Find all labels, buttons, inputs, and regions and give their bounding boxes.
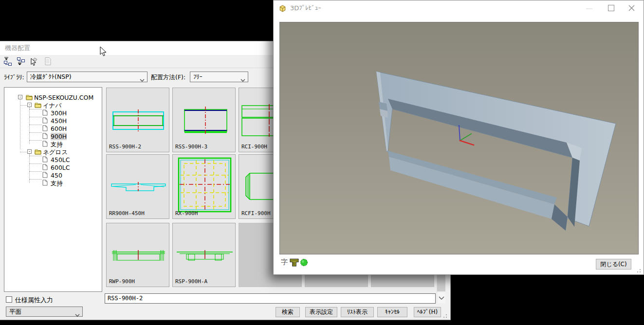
view-plane-select[interactable]: 平面 — [6, 307, 83, 317]
page-icon — [42, 164, 48, 172]
page-icon — [42, 172, 48, 180]
tree-item-900h[interactable]: 900H — [4, 132, 102, 140]
thumbnail-rr900h-450h[interactable]: RR900H-450H — [106, 154, 169, 219]
close-preview-button[interactable]: 閉じる(C) — [596, 259, 631, 270]
thumbnail-rwp-900h[interactable]: RWP-900H — [106, 223, 169, 287]
selected-part-field[interactable]: RSS-900H-2 — [105, 293, 436, 304]
placement-method-label: 配置方法(F): — [151, 73, 185, 82]
tree-item-negurosu[interactable]: - ネグロス — [4, 148, 102, 156]
library-label: ﾗｲﾌﾞﾗﾘ: — [4, 73, 24, 81]
tree-item-450[interactable]: 450 — [4, 171, 102, 179]
thumbnail-rsp-900h-a[interactable]: RSP-900H-A — [172, 223, 236, 287]
preview-3d-window: 3Dﾌﾟﾚﾋﾞｭｰ — [273, 0, 644, 275]
chevron-down-icon — [75, 310, 80, 320]
page-icon — [42, 141, 48, 148]
tree-item-shiji-negurosu[interactable]: 支持 — [4, 179, 102, 187]
window-title: 3Dﾌﾟﾚﾋﾞｭｰ — [290, 0, 321, 16]
chevron-down-icon — [140, 75, 145, 85]
page-icon — [42, 133, 48, 141]
dialog-title: 機器配置 — [5, 41, 30, 55]
3d-viewport[interactable] — [279, 22, 639, 254]
tree-item-450lc[interactable]: 450LC — [4, 156, 102, 163]
tree-item-300h[interactable]: 300H — [4, 109, 102, 117]
collapse-tree-icon[interactable] — [3, 56, 13, 66]
tree-item-inaba[interactable]: - イナバ — [4, 101, 102, 109]
thumbnail-rx-900h[interactable]: RX-900H — [172, 154, 236, 219]
page-icon — [42, 117, 48, 125]
sphere-icon[interactable] — [300, 258, 308, 267]
tree-item-shiji-inaba[interactable]: 支持 — [4, 140, 102, 148]
spec-attribute-label: 仕様属性入力 — [15, 296, 53, 305]
spec-attribute-checkbox[interactable] — [6, 296, 12, 303]
page-icon — [42, 125, 48, 133]
tree-item-600h[interactable]: 600H — [4, 125, 102, 132]
chevron-down-icon — [240, 75, 245, 85]
tree-expander[interactable]: - — [27, 103, 32, 107]
thumbnail-rss-900h-2[interactable]: RSS-900H-2 — [106, 88, 169, 152]
maximize-button[interactable] — [608, 5, 614, 11]
mouse-cursor-icon — [100, 46, 107, 56]
resize-grip[interactable] — [636, 268, 642, 273]
folder-icon — [35, 149, 41, 156]
expand-tree-icon[interactable] — [16, 56, 26, 66]
library-tree: - NSP-SEKOUZU.COM - イナバ 300H 450H 600H 9… — [4, 87, 102, 292]
library-select[interactable]: 冷媒ﾀﾞｸﾄ(NSP) — [27, 72, 147, 82]
pick-erase-icon[interactable] — [29, 56, 39, 66]
search-button[interactable]: 検索 — [276, 307, 300, 317]
tree-expander[interactable]: - — [18, 95, 22, 99]
placement-method-select[interactable]: ﾌﾘｰ — [190, 72, 248, 82]
resize-grip[interactable] — [442, 313, 448, 319]
tree-expander[interactable]: - — [27, 149, 32, 154]
display-settings-button[interactable]: 表示設定 — [305, 307, 337, 317]
3d-model-render — [280, 22, 638, 254]
document-icon[interactable] — [43, 56, 53, 66]
scrollbar-down-button[interactable] — [437, 292, 445, 303]
desktop: { "equipment_dialog": { "title": "機器配置",… — [0, 0, 644, 325]
tree-item-root[interactable]: - NSP-SEKOUZU.COM — [4, 93, 102, 101]
tree-item-450h[interactable]: 450H — [4, 117, 102, 125]
page-icon — [42, 180, 48, 187]
folder-icon — [26, 94, 33, 102]
thumbnail-rss-900h-3[interactable]: RSS-900H-3 — [172, 88, 236, 152]
cancel-button[interactable]: ｷｬﾝｾﾙ — [377, 307, 407, 317]
close-icon[interactable] — [628, 5, 635, 11]
chevron-down-icon — [439, 296, 444, 300]
tee-fitting-icon[interactable] — [290, 257, 299, 267]
folder-icon — [35, 102, 41, 109]
page-icon — [42, 156, 48, 164]
help-button[interactable]: ﾍﾙﾌﾟ(H) — [414, 307, 441, 317]
tree-item-600lc[interactable]: 600LC — [4, 163, 102, 171]
cube-icon — [278, 4, 287, 13]
page-icon — [42, 109, 48, 117]
text-icon[interactable]: 字 — [281, 258, 288, 267]
list-view-button[interactable]: ﾘｽﾄ表示 — [341, 307, 374, 317]
minimize-button[interactable] — [586, 8, 592, 9]
